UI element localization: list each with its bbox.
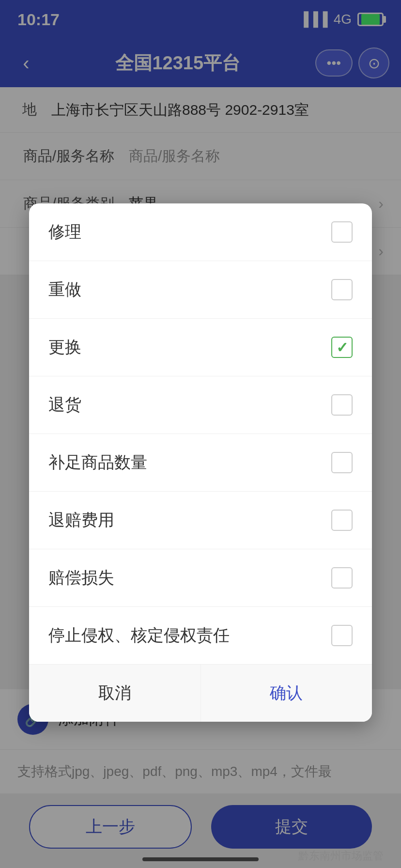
modal-item-compensate[interactable]: 赔偿损失 (29, 549, 372, 607)
refund-checkbox[interactable] (331, 510, 353, 531)
repair-checkbox[interactable] (331, 221, 353, 243)
replace-checkbox[interactable]: ✓ (331, 337, 353, 358)
supplement-checkbox[interactable] (331, 452, 353, 473)
modal-item-redo[interactable]: 重做 (29, 261, 372, 319)
compensate-label: 赔偿损失 (48, 567, 114, 589)
modal-body: 修理 重做 更换 ✓ 退货 补足商品数量 退赔费用 赔偿损失 (29, 203, 372, 664)
repair-label: 修理 (48, 221, 81, 243)
compensate-checkbox[interactable] (331, 567, 353, 589)
modal-item-refund[interactable]: 退赔费用 (29, 492, 372, 549)
watermark: 黔东南州市场监管 (298, 849, 384, 863)
refund-label: 退赔费用 (48, 509, 114, 531)
supplement-label: 补足商品数量 (48, 451, 147, 474)
modal-item-supplement[interactable]: 补足商品数量 (29, 434, 372, 492)
modal-item-stop-infringement[interactable]: 停止侵权、核定侵权责任 (29, 607, 372, 664)
modal-item-repair[interactable]: 修理 (29, 203, 372, 261)
home-indicator (142, 857, 259, 861)
redo-label: 重做 (48, 279, 81, 301)
check-icon: ✓ (336, 339, 348, 356)
modal-item-replace[interactable]: 更换 ✓ (29, 319, 372, 376)
stop-infringement-label: 停止侵权、核定侵权责任 (48, 624, 230, 647)
confirm-button[interactable]: 确认 (201, 665, 372, 722)
return-checkbox[interactable] (331, 394, 353, 416)
modal-footer: 取消 确认 (29, 664, 372, 722)
modal-item-return[interactable]: 退货 (29, 376, 372, 434)
stop-infringement-checkbox[interactable] (331, 625, 353, 646)
demand-modal: 修理 重做 更换 ✓ 退货 补足商品数量 退赔费用 赔偿损失 (29, 203, 372, 722)
redo-checkbox[interactable] (331, 279, 353, 300)
return-label: 退货 (48, 394, 81, 416)
cancel-button[interactable]: 取消 (29, 665, 201, 722)
replace-label: 更换 (48, 336, 81, 358)
